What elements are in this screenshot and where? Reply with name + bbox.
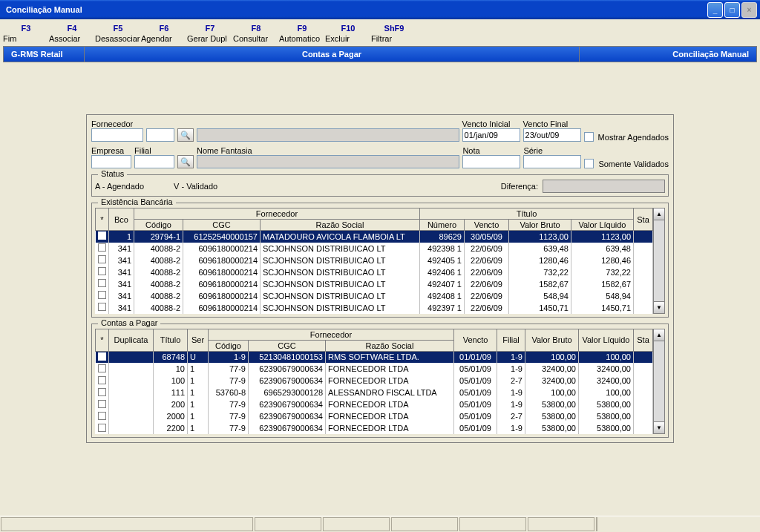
row-checkbox[interactable] <box>98 376 106 384</box>
filial-input[interactable] <box>134 155 174 168</box>
table-row[interactable]: 10177-962390679000634FORNECEDOR LTDA05/0… <box>96 363 653 375</box>
existencia-scrollbar[interactable]: ▲ ▼ <box>653 208 665 314</box>
window-titlebar: Conciliação Manual _ □ × <box>0 0 760 19</box>
toolbar-consultar[interactable]: F8Consultar <box>233 24 279 43</box>
fornecedor-search-button[interactable]: 🔍 <box>177 128 194 142</box>
row-checkbox[interactable] <box>98 243 106 252</box>
status-bar <box>0 516 760 532</box>
faction-label: Filtrar <box>371 34 417 43</box>
existencia-table[interactable]: * Bco Fornecedor Título Sta Código CGC R… <box>95 208 653 314</box>
fkey-label: F5 <box>95 24 141 33</box>
contas-group-title: Contas a Pagar <box>98 318 160 327</box>
fornecedor-digito-input[interactable] <box>146 128 174 142</box>
fkey-label: ShF9 <box>371 24 417 33</box>
faction-label: Fim <box>3 34 49 43</box>
row-checkbox[interactable] <box>98 279 106 287</box>
table-row[interactable]: 2200177-962390679000634FORNECEDOR LTDA05… <box>96 422 653 434</box>
screen-title: Conciliação Manual <box>579 46 757 62</box>
diferenca-value <box>543 180 665 193</box>
maximize-button[interactable]: □ <box>724 2 740 18</box>
empresa-input[interactable] <box>91 155 131 168</box>
fkey-label: F9 <box>279 24 325 33</box>
row-checkbox[interactable] <box>98 291 106 299</box>
faction-label: Automatico <box>279 34 325 43</box>
table-row[interactable]: 68748U1-952130481000153RMS SOFTWARE LTDA… <box>96 351 653 363</box>
toolbar-automatico[interactable]: F9Automatico <box>279 24 325 43</box>
toolbar-gerar dupl[interactable]: F7Gerar Dupl <box>187 24 233 43</box>
fornecedor-codigo-input[interactable] <box>91 128 143 142</box>
table-row[interactable]: 34140088-26096180000214SCJOHNSON DISTRIB… <box>96 254 653 266</box>
table-row[interactable]: 111153760-86965293000128ALESSANDRO FISCA… <box>96 387 653 398</box>
fkey-label: F7 <box>187 24 233 33</box>
table-row[interactable]: 129794-161252540000157MATADOURO AVICOLA … <box>96 231 653 243</box>
fkey-label: F8 <box>233 24 279 33</box>
window-title: Conciliação Manual <box>3 5 707 14</box>
toolbar-filtrar[interactable]: ShF9Filtrar <box>371 24 417 43</box>
table-row[interactable]: 34140088-26096180000214SCJOHNSON DISTRIB… <box>96 290 653 302</box>
existencia-group: Existência Bancária * Bco Fornecedor Tít… <box>91 203 669 318</box>
table-row[interactable]: 34140088-26096180000214SCJOHNSON DISTRIB… <box>96 302 653 314</box>
binoculars-icon: 🔍 <box>180 157 191 167</box>
scroll-down-icon[interactable]: ▼ <box>654 301 664 313</box>
table-row[interactable]: 34140088-26096180000214SCJOHNSON DISTRIB… <box>96 243 653 254</box>
fornecedor-label: Fornecedor <box>91 119 143 128</box>
toolbar-excluir[interactable]: F10Excluir <box>325 24 371 43</box>
fkey-label: F6 <box>141 24 187 33</box>
toolbar-fim[interactable]: F3Fim <box>3 24 49 43</box>
mostrar-agendados-label: Mostrar Agendados <box>598 133 669 142</box>
vencto-final-input[interactable] <box>523 128 581 142</box>
existencia-group-title: Existência Bancária <box>98 197 176 206</box>
table-row[interactable]: 200177-962390679000634FORNECEDOR LTDA05/… <box>96 398 653 410</box>
toolbar-associar[interactable]: F4Associar <box>49 24 95 43</box>
app-name: G-RMS Retail <box>3 46 85 62</box>
serie-input[interactable] <box>523 155 581 168</box>
status-a-label: A - Agendado <box>95 182 144 191</box>
faction-label: Excluir <box>325 34 371 43</box>
nota-label: Nota <box>462 146 520 155</box>
table-row[interactable]: 34140088-26096180000214SCJOHNSON DISTRIB… <box>96 278 653 290</box>
empresa-label: Empresa <box>91 146 131 155</box>
faction-label: Desassociar <box>95 34 141 43</box>
status-group-title: Status <box>98 169 127 178</box>
contas-group: Contas a Pagar * Duplicata Título Ser Fo… <box>91 324 669 439</box>
fkey-label: F4 <box>49 24 95 33</box>
serie-label: Série <box>523 146 581 155</box>
row-checkbox[interactable] <box>98 424 106 432</box>
table-row[interactable]: 100177-962390679000634FORNECEDOR LTDA05/… <box>96 375 653 387</box>
close-button[interactable]: × <box>741 2 757 18</box>
faction-label: Associar <box>49 34 95 43</box>
faction-label: Agendar <box>141 34 187 43</box>
status-v-label: V - Validado <box>174 182 217 191</box>
contas-scrollbar[interactable]: ▲ ▼ <box>653 329 665 435</box>
vencto-inicial-input[interactable] <box>462 128 520 142</box>
row-checkbox[interactable] <box>98 412 106 420</box>
scroll-up-icon[interactable]: ▲ <box>654 329 664 341</box>
binoculars-icon: 🔍 <box>180 131 191 140</box>
filial-search-button[interactable]: 🔍 <box>177 155 194 168</box>
scroll-up-icon[interactable]: ▲ <box>654 208 664 220</box>
somente-validados-checkbox[interactable] <box>584 159 594 168</box>
status-group: Status A - Agendado V - Validado Diferen… <box>91 174 669 197</box>
row-checkbox[interactable] <box>98 303 106 311</box>
minimize-button[interactable]: _ <box>707 2 723 18</box>
toolbar-agendar[interactable]: F6Agendar <box>141 24 187 43</box>
mostrar-agendados-checkbox[interactable] <box>584 132 594 142</box>
row-checkbox[interactable] <box>98 231 106 240</box>
row-checkbox[interactable] <box>98 364 106 372</box>
diferenca-label: Diferença: <box>501 182 538 191</box>
vencto-inicial-label: Vencto Inicial <box>462 119 520 128</box>
table-row[interactable]: 2000177-962390679000634FORNECEDOR LTDA05… <box>96 410 653 422</box>
scroll-down-icon[interactable]: ▼ <box>654 421 664 433</box>
row-checkbox[interactable] <box>98 255 106 263</box>
row-checkbox[interactable] <box>98 267 106 275</box>
nome-fantasia-display <box>197 155 459 168</box>
contas-table[interactable]: * Duplicata Título Ser Fornecedor Vencto… <box>95 329 653 435</box>
faction-label: Gerar Dupl <box>187 34 233 43</box>
nota-input[interactable] <box>462 155 520 168</box>
row-checkbox[interactable] <box>98 352 106 361</box>
toolbar-desassociar[interactable]: F5Desassociar <box>95 24 141 43</box>
row-checkbox[interactable] <box>98 400 106 408</box>
row-checkbox[interactable] <box>98 388 106 396</box>
header-bar: G-RMS Retail Contas a Pagar Conciliação … <box>3 46 757 62</box>
table-row[interactable]: 34140088-26096180000214SCJOHNSON DISTRIB… <box>96 266 653 278</box>
